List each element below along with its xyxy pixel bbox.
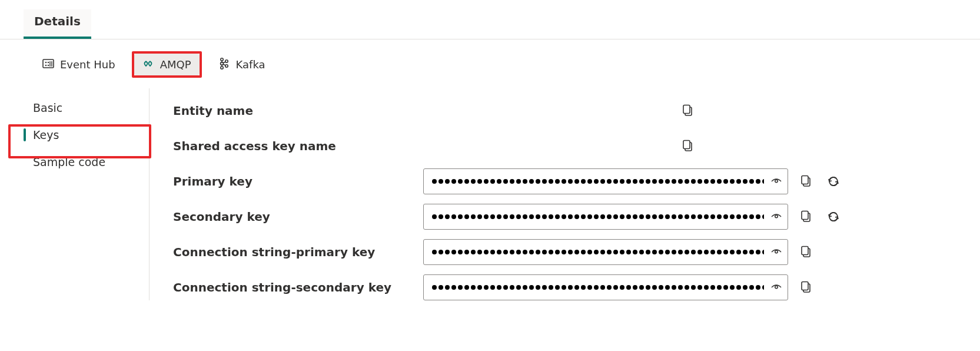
secondary-key-field[interactable]: [423, 204, 788, 230]
regenerate-secondary-key-button[interactable]: [825, 208, 842, 226]
amqp-highlight: AMQP: [132, 51, 202, 78]
tab-event-hub-label: Event Hub: [60, 58, 115, 71]
top-tab-bar: Details: [0, 0, 980, 39]
conn-secondary-field[interactable]: [423, 274, 788, 300]
reveal-conn-primary-button[interactable]: [771, 247, 782, 257]
row-shared-access-key-name: Shared access key name: [173, 128, 945, 164]
copy-entity-name-button[interactable]: [679, 102, 697, 120]
regenerate-primary-key-button[interactable]: [825, 173, 842, 190]
copy-shared-access-key-name-button[interactable]: [679, 137, 697, 155]
copy-conn-secondary-button[interactable]: [798, 279, 815, 296]
row-primary-key: Primary key: [173, 164, 945, 199]
tab-kafka-label: Kafka: [236, 58, 265, 71]
row-conn-secondary: Connection string-secondary key: [173, 270, 945, 305]
label-shared-access-key-name: Shared access key name: [173, 139, 411, 153]
protocol-tab-bar: Event Hub AMQP Kafka: [0, 39, 980, 88]
amqp-icon: [142, 58, 154, 71]
label-primary-key: Primary key: [173, 174, 411, 188]
row-conn-primary: Connection string-primary key: [173, 234, 945, 270]
kafka-icon: [218, 58, 230, 72]
copy-secondary-key-button[interactable]: [798, 208, 815, 226]
label-secondary-key: Secondary key: [173, 210, 411, 224]
side-nav: Basic Keys Sample code: [14, 88, 150, 300]
main-panel: Entity name Shared access key name Prima…: [150, 88, 980, 305]
sidebar-item-keys[interactable]: Keys: [14, 121, 149, 148]
tab-kafka[interactable]: Kafka: [210, 53, 274, 77]
sidebar-item-basic[interactable]: Basic: [14, 94, 149, 121]
conn-primary-field[interactable]: [423, 239, 788, 265]
row-secondary-key: Secondary key: [173, 199, 945, 234]
tab-amqp-label: AMQP: [160, 58, 191, 71]
reveal-secondary-key-button[interactable]: [771, 212, 782, 221]
label-conn-secondary: Connection string-secondary key: [173, 280, 411, 294]
sidebar-item-sample-code[interactable]: Sample code: [14, 148, 149, 176]
event-hub-icon: [42, 58, 54, 71]
reveal-primary-key-button[interactable]: [771, 177, 782, 186]
label-entity-name: Entity name: [173, 104, 411, 118]
copy-conn-primary-button[interactable]: [798, 243, 815, 261]
tab-event-hub[interactable]: Event Hub: [34, 54, 124, 76]
copy-primary-key-button[interactable]: [798, 173, 815, 190]
reveal-conn-secondary-button[interactable]: [771, 283, 782, 292]
primary-key-field[interactable]: [423, 168, 788, 194]
label-conn-primary: Connection string-primary key: [173, 245, 411, 259]
row-entity-name: Entity name: [173, 93, 945, 128]
tab-details[interactable]: Details: [24, 9, 91, 39]
tab-amqp[interactable]: AMQP: [134, 54, 200, 75]
